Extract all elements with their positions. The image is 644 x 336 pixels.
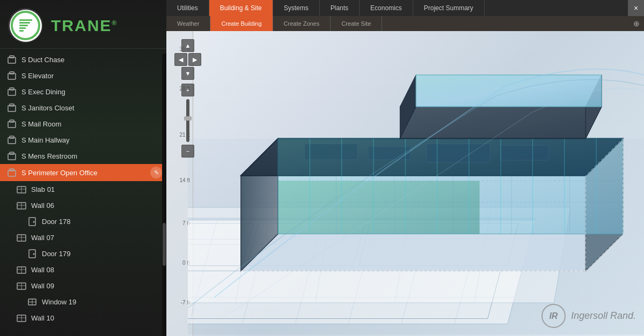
watermark: IR Ingersoll Rand.	[541, 304, 636, 328]
ir-company-name: Ingersoll Rand.	[571, 310, 636, 322]
tree-item-label-slab-01: Slab 01	[31, 185, 55, 193]
tree-item-label-s-janitors-closet: S Janitors Closet	[21, 104, 74, 112]
tree-item-icon-window-19	[27, 296, 38, 307]
trane-logo	[8, 8, 43, 43]
nav-up-button[interactable]: ▲	[181, 39, 194, 52]
tree-item-icon-wall-09	[16, 280, 27, 291]
tree-item-icon-s-mail-room	[6, 118, 17, 129]
nav-building-site[interactable]: Building & Site	[209, 0, 273, 16]
tree-item-wall-08[interactable]: Wall 08	[0, 262, 166, 278]
tree-item-label-s-mail-room: S Mail Room	[21, 120, 61, 128]
tree-item-s-janitors-closet[interactable]: S Janitors Closet	[0, 100, 166, 116]
tree-item-door-178[interactable]: Door 178	[0, 213, 166, 229]
building-viewport[interactable]	[188, 31, 644, 336]
nav-down-button[interactable]: ▼	[181, 67, 194, 80]
tree-item-label-wall-07: Wall 07	[31, 234, 54, 242]
tree-container: S Duct ChaseS ElevatorS Exec DiningS Jan…	[0, 49, 166, 331]
tree-item-wall-07[interactable]: Wall 07	[0, 229, 166, 245]
tree-item-door-179[interactable]: Door 179	[0, 245, 166, 262]
zoom-slider[interactable]	[186, 99, 189, 142]
svg-rect-3	[10, 72, 14, 74]
tree-item-label-s-perimeter-open-office: S Perimeter Open Office	[21, 169, 97, 177]
svg-marker-64	[241, 234, 623, 271]
svg-rect-9	[10, 120, 14, 122]
nav-utilities[interactable]: Utilities	[166, 0, 209, 16]
tree-item-label-wall-10: Wall 10	[31, 314, 54, 322]
tree-item-icon-wall-07	[16, 232, 27, 243]
tree-item-icon-door-178	[27, 216, 38, 227]
nav-right-button[interactable]: ▶	[188, 53, 201, 66]
sub-navigation: Weather Create Building Create Zones Cre…	[166, 16, 644, 31]
tree-item-s-perimeter-open-office[interactable]: S Perimeter Open Office✎	[0, 164, 166, 181]
tree-item-s-elevator[interactable]: S Elevator	[0, 68, 166, 84]
tree-item-icon-s-perimeter-open-office	[6, 167, 17, 178]
svg-point-28	[33, 253, 35, 255]
sidebar-scrollbar[interactable]	[162, 54, 166, 336]
tree-item-icon-wall-08	[16, 264, 27, 275]
tree-item-edit-icon[interactable]: ✎	[150, 167, 162, 178]
tree-item-icon-wall-10	[16, 312, 27, 323]
tree-item-wall-09[interactable]: Wall 09	[0, 278, 166, 294]
tree-item-icon-door-179	[27, 248, 38, 259]
subnav-create-zones[interactable]: Create Zones	[273, 16, 331, 31]
tree-item-icon-s-duct-chase	[6, 54, 17, 65]
nav-systems[interactable]: Systems	[273, 0, 320, 16]
nav-close-button[interactable]: ×	[628, 0, 644, 16]
svg-rect-5	[10, 88, 14, 90]
building-3d-svg	[188, 31, 644, 336]
tree-item-icon-s-janitors-closet	[6, 102, 17, 113]
tree-item-label-door-179: Door 179	[42, 250, 70, 258]
sidebar: TRANE® S Duct ChaseS ElevatorS Exec Dini…	[0, 0, 166, 336]
svg-rect-1	[10, 56, 14, 58]
zoom-handle[interactable]	[184, 116, 192, 121]
ir-logo: IR	[541, 304, 566, 328]
tree-item-label-s-exec-dining: S Exec Dining	[21, 88, 65, 96]
tree-item-icon-s-mens-restroom	[6, 151, 17, 161]
svg-marker-92	[400, 107, 602, 138]
brand-name: TRANE®	[51, 17, 118, 35]
tree-item-label-wall-08: Wall 08	[31, 266, 54, 274]
svg-rect-15	[10, 169, 14, 171]
top-navigation: Utilities Building & Site Systems Plants…	[166, 0, 644, 16]
svg-rect-7	[10, 104, 14, 106]
zoom-in-button[interactable]: +	[181, 84, 194, 96]
tree-item-label-wall-06: Wall 06	[31, 201, 54, 210]
tree-item-icon-s-exec-dining	[6, 86, 17, 97]
tree-item-wall-10[interactable]: Wall 10	[0, 310, 166, 326]
viewport: ▲ ◀ ▶ ▼ + − 35 ft28 ft21 ft14 ft7 ft0 ft…	[166, 31, 644, 336]
svg-marker-96	[416, 75, 602, 107]
logo-area: TRANE®	[0, 0, 166, 49]
tree-item-label-s-main-hallway: S Main Hallway	[21, 136, 70, 144]
tree-item-window-19[interactable]: Window 19	[0, 294, 166, 310]
tree-item-label-s-elevator: S Elevator	[21, 72, 54, 80]
nav-project-summary[interactable]: Project Summary	[413, 0, 485, 16]
tree-item-icon-slab-01	[16, 184, 27, 195]
zoom-out-button[interactable]: −	[181, 145, 194, 158]
tree-item-wall-06[interactable]: Wall 06	[0, 197, 166, 213]
svg-rect-13	[10, 152, 14, 154]
tree-item-label-wall-09: Wall 09	[31, 282, 54, 290]
nav-economics[interactable]: Economics	[360, 0, 413, 16]
nav-plants[interactable]: Plants	[320, 0, 360, 16]
nav-left-button[interactable]: ◀	[174, 53, 187, 66]
tree-item-s-main-hallway[interactable]: S Main Hallway	[0, 132, 166, 148]
zoom-controls: + −	[181, 84, 194, 158]
subnav-settings-icon[interactable]: ⊕	[629, 16, 644, 31]
tree-item-label-s-mens-restroom: S Mens Restroom	[21, 152, 77, 160]
tree-item-s-duct-chase[interactable]: S Duct Chase	[0, 51, 166, 68]
svg-point-23	[33, 221, 35, 223]
subnav-create-site[interactable]: Create Site	[331, 16, 382, 31]
tree-item-slab-01[interactable]: Slab 01	[0, 181, 166, 197]
tree-item-s-mail-room[interactable]: S Mail Room	[0, 116, 166, 132]
tree-item-icon-s-main-hallway	[6, 135, 17, 145]
tree-item-label-s-duct-chase: S Duct Chase	[21, 56, 64, 64]
scrollbar-thumb[interactable]	[163, 223, 166, 266]
tree-item-icon-s-elevator	[6, 70, 17, 81]
subnav-create-building[interactable]: Create Building	[210, 16, 273, 31]
tree-item-icon-wall-06	[16, 200, 27, 211]
tree-item-s-exec-dining[interactable]: S Exec Dining	[0, 84, 166, 100]
svg-marker-81	[278, 138, 623, 234]
tree-item-label-window-19: Window 19	[42, 298, 76, 306]
subnav-weather[interactable]: Weather	[166, 16, 210, 31]
tree-item-s-mens-restroom[interactable]: S Mens Restroom	[0, 148, 166, 164]
